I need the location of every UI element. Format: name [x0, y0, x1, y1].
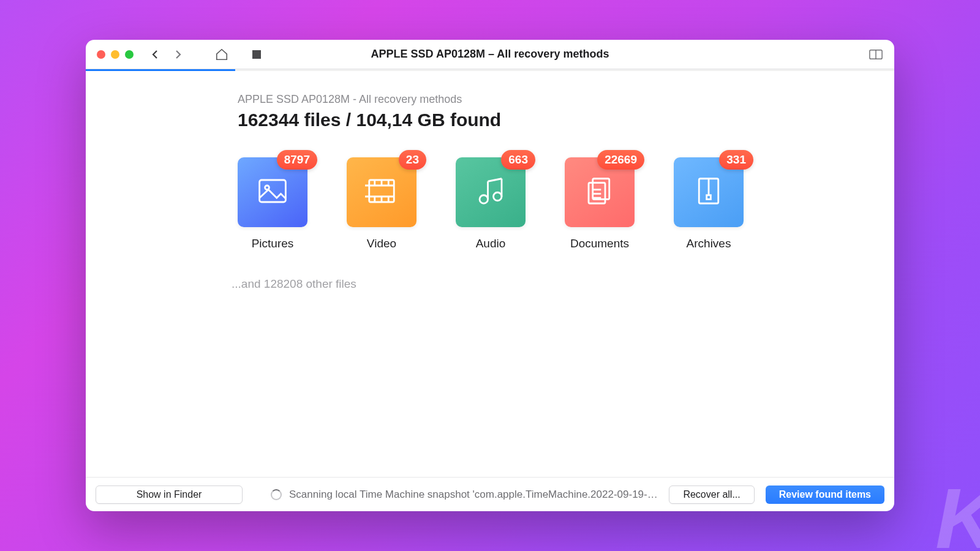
show-in-finder-button[interactable]: Show in Finder	[96, 485, 243, 504]
archives-icon	[692, 174, 725, 210]
footer: Show in Finder Scanning local Time Machi…	[86, 477, 894, 511]
category-tiles: 8797 Pictures 23 Video 663	[238, 157, 871, 250]
tile-archives-box: 331	[674, 157, 744, 227]
tile-documents-badge: 22669	[597, 150, 644, 170]
pictures-icon	[256, 174, 289, 210]
main-content: APPLE SSD AP0128M - All recovery methods…	[86, 71, 894, 477]
maximize-window-button[interactable]	[125, 50, 134, 59]
watermark: K	[935, 469, 980, 551]
titlebar: APPLE SSD AP0128M – All recovery methods	[86, 40, 894, 69]
forward-button[interactable]	[170, 47, 185, 62]
svg-point-14	[494, 192, 502, 201]
svg-rect-2	[260, 180, 286, 202]
tile-video[interactable]: 23 Video	[347, 157, 417, 250]
results-headline: 162344 files / 104,14 GB found	[238, 110, 871, 130]
scan-status-text: Scanning local Time Machine snapshot 'co…	[289, 489, 658, 501]
tile-pictures[interactable]: 8797 Pictures	[238, 157, 307, 250]
tile-archives-badge: 331	[719, 150, 753, 170]
tile-pictures-label: Pictures	[252, 237, 294, 250]
tile-video-box: 23	[347, 157, 417, 227]
tile-documents-label: Documents	[570, 237, 629, 250]
tile-audio-badge: 663	[501, 150, 535, 170]
recover-all-button[interactable]: Recover all...	[669, 485, 754, 504]
tile-pictures-box: 8797	[238, 157, 307, 227]
panels-toggle-button[interactable]	[869, 47, 883, 62]
tile-video-badge: 23	[399, 150, 426, 170]
tile-archives[interactable]: 331 Archives	[674, 157, 744, 250]
home-button[interactable]	[214, 47, 229, 62]
audio-icon	[474, 174, 507, 210]
review-found-items-button[interactable]: Review found items	[766, 485, 884, 504]
video-icon	[365, 174, 398, 210]
stop-scan-button[interactable]	[252, 50, 261, 59]
minimize-window-button[interactable]	[111, 50, 119, 59]
nav-buttons	[148, 47, 185, 62]
svg-line-17	[488, 179, 502, 182]
traffic-lights	[97, 50, 134, 59]
app-window: APPLE SSD AP0128M – All recovery methods…	[86, 40, 894, 511]
tile-pictures-badge: 8797	[277, 150, 317, 170]
tile-documents-box: 22669	[565, 157, 635, 227]
back-button[interactable]	[148, 47, 163, 62]
svg-point-13	[480, 195, 488, 204]
window-title: APPLE SSD AP0128M – All recovery methods	[371, 48, 609, 61]
documents-icon	[583, 174, 616, 210]
tile-archives-label: Archives	[687, 237, 731, 250]
tile-documents[interactable]: 22669 Documents	[565, 157, 635, 250]
svg-rect-25	[707, 195, 711, 200]
spinner-icon	[271, 489, 282, 500]
other-files-text: ...and 128208 other files	[232, 277, 871, 291]
tile-audio[interactable]: 663 Audio	[456, 157, 526, 250]
tile-audio-box: 663	[456, 157, 526, 227]
tile-video-label: Video	[367, 237, 396, 250]
close-window-button[interactable]	[97, 50, 105, 59]
tile-audio-label: Audio	[476, 237, 506, 250]
breadcrumb: APPLE SSD AP0128M - All recovery methods	[238, 93, 871, 106]
scan-status: Scanning local Time Machine snapshot 'co…	[271, 489, 658, 501]
scan-progress-bar	[86, 69, 894, 71]
